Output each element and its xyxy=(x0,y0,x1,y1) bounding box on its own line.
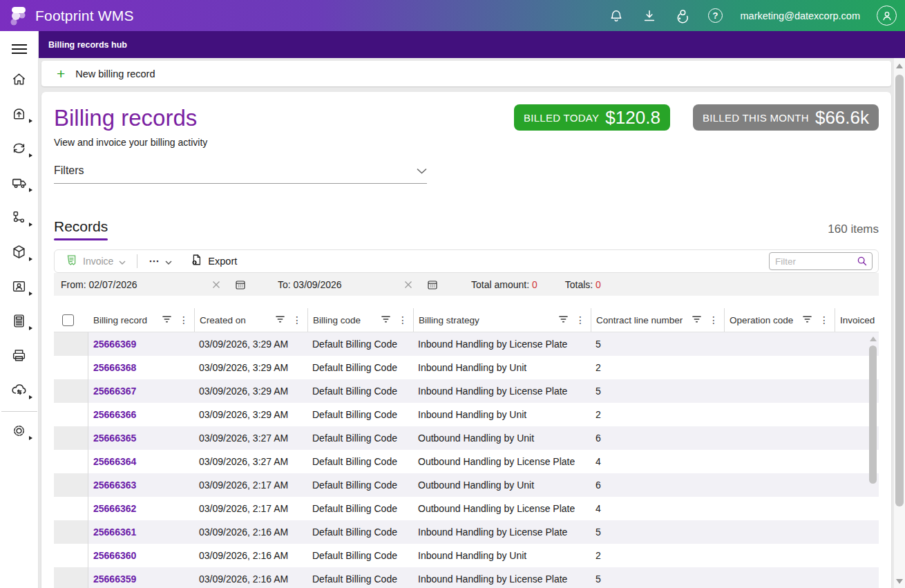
table-row[interactable]: 25666367 03/09/2026, 3:29 AM Default Bil… xyxy=(54,379,879,403)
sidebar-item-integrations[interactable] xyxy=(0,374,39,408)
column-menu-kebab-icon[interactable]: ⋮ xyxy=(398,315,408,325)
row-checkbox-cell[interactable] xyxy=(54,403,88,426)
sidebar-item-settings[interactable] xyxy=(0,415,39,449)
table-scrollbar-thumb[interactable] xyxy=(869,345,877,484)
export-button[interactable]: Export xyxy=(190,254,237,269)
column-header[interactable]: Billing record ⋮ xyxy=(88,308,194,332)
table-row[interactable]: 25666363 03/09/2026, 2:17 AM Default Bil… xyxy=(54,473,879,497)
table-row[interactable]: 25666362 03/09/2026, 2:17 AM Default Bil… xyxy=(54,497,879,520)
clear-to-date-icon[interactable] xyxy=(403,280,413,290)
column-header[interactable]: Invoiced xyxy=(835,308,879,332)
column-header[interactable]: Billing code ⋮ xyxy=(307,308,413,332)
row-checkbox-cell[interactable] xyxy=(54,356,88,379)
avatar[interactable] xyxy=(877,6,897,26)
column-header[interactable]: Contract line number ⋮ xyxy=(591,308,724,332)
to-value: 03/09/2026 xyxy=(294,279,342,290)
operation-code-cell xyxy=(724,332,835,356)
clear-from-date-icon[interactable] xyxy=(211,280,221,290)
billing-record-link[interactable]: 25666369 xyxy=(93,339,136,350)
select-all-checkbox[interactable] xyxy=(62,314,74,326)
tab-records[interactable]: Records xyxy=(54,218,108,240)
sidebar-item-transport[interactable] xyxy=(0,167,39,201)
column-header[interactable]: Operation code ⋮ xyxy=(724,308,835,332)
sidebar-item-print[interactable] xyxy=(0,339,39,374)
table-row[interactable]: 25666368 03/09/2026, 3:29 AM Default Bil… xyxy=(54,356,879,379)
filters-expander[interactable]: Filters xyxy=(54,164,427,184)
column-filter-icon[interactable] xyxy=(558,315,569,325)
row-checkbox-cell[interactable] xyxy=(54,567,88,588)
scroll-up-icon[interactable] xyxy=(870,336,877,341)
sidebar-item-billing[interactable] xyxy=(0,305,39,339)
scroll-down-icon[interactable] xyxy=(896,579,903,584)
home-icon xyxy=(11,71,27,90)
new-billing-record-button[interactable]: + New billing record xyxy=(41,61,155,86)
invoice-button[interactable]: Invoice xyxy=(66,254,126,269)
column-menu-kebab-icon[interactable]: ⋮ xyxy=(819,315,829,325)
sidebar-item-inventory[interactable] xyxy=(0,236,39,270)
sidebar-item-home[interactable] xyxy=(0,63,39,97)
table-row[interactable]: 25666369 03/09/2026, 3:29 AM Default Bil… xyxy=(54,332,879,356)
table-row[interactable]: 25666360 03/09/2026, 2:16 AM Default Bil… xyxy=(54,544,879,567)
row-checkbox-cell[interactable] xyxy=(54,497,88,520)
column-menu-kebab-icon[interactable]: ⋮ xyxy=(575,315,585,325)
billing-record-link[interactable]: 25666362 xyxy=(93,503,136,514)
billing-record-link[interactable]: 25666368 xyxy=(93,362,136,373)
column-filter-icon[interactable] xyxy=(162,315,172,325)
table-scrollbar[interactable] xyxy=(868,336,877,565)
column-menu-kebab-icon[interactable]: ⋮ xyxy=(292,315,302,325)
row-checkbox-cell[interactable] xyxy=(54,450,88,473)
column-menu-kebab-icon[interactable]: ⋮ xyxy=(709,315,718,325)
billing-record-link[interactable]: 25666365 xyxy=(93,433,136,444)
sidebar-item-outbound[interactable] xyxy=(0,132,39,167)
more-actions-button[interactable]: ⋯ xyxy=(149,255,172,267)
notifications-bell-icon[interactable] xyxy=(608,8,625,24)
row-checkbox-cell[interactable] xyxy=(54,520,88,544)
sidebar-item-workflow[interactable] xyxy=(0,201,39,236)
column-header[interactable]: Billing strategy ⋮ xyxy=(413,308,591,332)
help-icon[interactable]: ? xyxy=(707,8,724,24)
from-date-field[interactable]: From: 02/07/2026 xyxy=(61,279,211,290)
column-filter-icon[interactable] xyxy=(381,315,391,325)
table-row[interactable]: 25666366 03/09/2026, 3:29 AM Default Bil… xyxy=(54,403,879,426)
column-filter-icon[interactable] xyxy=(802,315,812,325)
page-scrollbar[interactable] xyxy=(894,58,905,588)
billing-record-link[interactable]: 25666367 xyxy=(93,386,136,397)
column-filter-icon[interactable] xyxy=(275,315,285,325)
page-scrollbar-thumb[interactable] xyxy=(895,75,904,506)
column-header[interactable]: Created on ⋮ xyxy=(194,308,307,332)
column-menu-kebab-icon[interactable]: ⋮ xyxy=(179,315,189,325)
row-checkbox-cell[interactable] xyxy=(54,544,88,567)
new-billing-record-label: New billing record xyxy=(75,68,155,79)
search-icon[interactable] xyxy=(857,256,868,269)
to-calendar-icon[interactable] xyxy=(427,279,438,290)
menu-hamburger-icon[interactable] xyxy=(0,35,39,63)
sidebar-item-inbound[interactable] xyxy=(0,97,39,132)
table-row[interactable]: 25666359 03/09/2026, 2:16 AM Default Bil… xyxy=(54,567,879,588)
support-agent-icon[interactable] xyxy=(674,8,691,24)
row-checkbox-cell[interactable] xyxy=(54,473,88,497)
billing-record-link[interactable]: 25666366 xyxy=(93,409,136,420)
gear-icon xyxy=(11,423,27,442)
download-icon[interactable] xyxy=(641,8,658,24)
column-header-label: Created on xyxy=(200,315,246,325)
row-checkbox-cell[interactable] xyxy=(54,379,88,403)
billing-strategy-cell: Inbound Handling by License Plate xyxy=(413,520,591,544)
scroll-up-icon[interactable] xyxy=(896,64,903,68)
from-calendar-icon[interactable] xyxy=(235,279,246,290)
to-date-field[interactable]: To: 03/09/2026 xyxy=(278,279,403,290)
table-row[interactable]: 25666361 03/09/2026, 2:16 AM Default Bil… xyxy=(54,520,879,544)
table-row[interactable]: 25666365 03/09/2026, 3:27 AM Default Bil… xyxy=(54,426,879,450)
billing-record-link[interactable]: 25666364 xyxy=(93,456,136,467)
billing-record-link[interactable]: 25666363 xyxy=(93,480,136,491)
billed-today-badge: BILLED TODAY $120.8 xyxy=(514,104,670,131)
sidebar-item-contacts[interactable] xyxy=(0,270,39,305)
row-checkbox-cell[interactable] xyxy=(54,332,88,356)
billing-record-link[interactable]: 25666360 xyxy=(93,550,136,561)
column-filter-icon[interactable] xyxy=(692,315,702,325)
user-email[interactable]: marketing@datexcorp.com xyxy=(741,10,860,21)
table-row[interactable]: 25666364 03/09/2026, 3:27 AM Default Bil… xyxy=(54,450,879,473)
billing-record-link[interactable]: 25666361 xyxy=(93,527,136,538)
footprint-logo-icon[interactable] xyxy=(6,4,30,28)
billing-record-link[interactable]: 25666359 xyxy=(93,573,136,585)
row-checkbox-cell[interactable] xyxy=(54,426,88,450)
